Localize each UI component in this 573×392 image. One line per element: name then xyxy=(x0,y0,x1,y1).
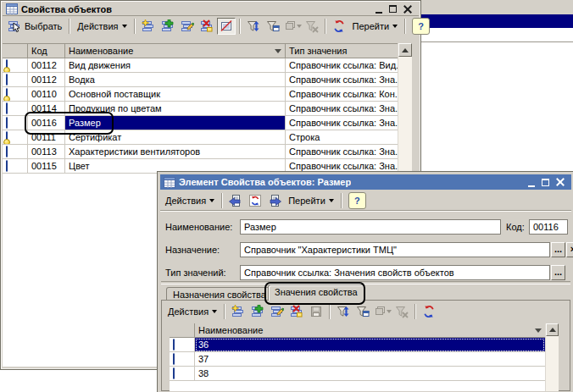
minimize-icon[interactable] xyxy=(376,4,382,14)
help-button[interactable]: ? xyxy=(348,192,366,209)
filter-by-value-icon xyxy=(283,19,297,33)
actions-menu-button[interactable]: Действия xyxy=(74,18,130,35)
go-menu-button[interactable]: Перейти xyxy=(285,192,337,209)
toolbar-separator xyxy=(239,19,240,34)
refresh-button[interactable] xyxy=(330,18,348,35)
go-label: Перейти xyxy=(288,196,325,206)
add-item-button[interactable] xyxy=(248,303,267,320)
maximize-icon[interactable] xyxy=(542,179,549,186)
actions-menu-button[interactable]: Действия xyxy=(164,303,220,320)
toolbar-separator xyxy=(134,19,135,34)
reread-button[interactable] xyxy=(246,192,264,209)
clear-filter-icon xyxy=(395,305,409,318)
table-row-selected[interactable]: 36 xyxy=(170,338,545,352)
previous-item-icon xyxy=(229,194,242,207)
previous-item-button[interactable] xyxy=(226,192,245,209)
table-row-selected[interactable]: 00116 Размер Справочник ссылка: Зна... xyxy=(3,116,398,130)
form-icon xyxy=(164,177,175,188)
select-button-label: Выбрать xyxy=(25,21,62,31)
help-button[interactable]: ? xyxy=(412,18,430,35)
table-row[interactable]: 00110 Основной поставщик Справочник ссыл… xyxy=(3,87,398,102)
table-row[interactable]: 37 xyxy=(170,352,545,367)
table-row[interactable]: 38 xyxy=(170,367,545,381)
element-window-titlebar[interactable]: Элемент Свойства объектов: Размер xyxy=(160,174,571,190)
property-item-icon xyxy=(6,117,8,129)
edit-in-dialog-toggle[interactable] xyxy=(217,18,236,35)
minimize-icon[interactable] xyxy=(528,178,535,187)
property-item-icon xyxy=(6,59,8,71)
refresh-button[interactable] xyxy=(420,303,438,320)
edit-item-button[interactable] xyxy=(268,303,286,320)
column-header-name[interactable]: Наименование xyxy=(195,323,545,338)
column-header-type[interactable]: Тип значения xyxy=(286,44,398,58)
next-item-button[interactable] xyxy=(265,192,284,209)
purpose-clear-button[interactable]: × xyxy=(566,242,573,257)
select-icon xyxy=(8,19,21,33)
sort-settings-button[interactable] xyxy=(244,18,263,35)
filter-by-value-button[interactable] xyxy=(373,303,392,320)
close-icon[interactable] xyxy=(403,5,412,14)
code-field[interactable] xyxy=(529,219,568,235)
maximize-icon[interactable] xyxy=(389,5,397,13)
clear-filter-button[interactable] xyxy=(303,18,321,35)
edit-item-icon xyxy=(181,19,194,33)
toolbar-separator xyxy=(404,19,405,34)
purpose-field[interactable] xyxy=(240,242,550,257)
filter-by-value-button[interactable] xyxy=(283,18,302,35)
next-item-icon xyxy=(268,194,281,207)
refresh-icon xyxy=(332,19,346,33)
actions-menu-button[interactable]: Действия xyxy=(162,192,218,209)
element-form-window: Элемент Свойства объектов: Размер Действ… xyxy=(157,171,573,392)
property-item-icon xyxy=(6,74,8,86)
window-title: Свойства объектов xyxy=(21,4,112,14)
column-header-icon[interactable] xyxy=(3,44,28,58)
table-row[interactable]: 00112 Водка Справочник ссылка: Зна... xyxy=(3,73,398,87)
select-button[interactable]: Выбрать xyxy=(4,18,65,35)
edit-item-button[interactable] xyxy=(178,18,197,35)
add-item-button[interactable] xyxy=(159,18,177,35)
delete-item-icon xyxy=(290,305,303,318)
window-title: Элемент Свойства объектов: Размер xyxy=(179,177,351,187)
property-item-icon xyxy=(6,160,8,172)
scroll-up-icon xyxy=(549,328,556,332)
type-lookup-button[interactable]: ... xyxy=(551,265,565,280)
column-header-icon[interactable] xyxy=(170,323,195,338)
tab-purpose-assignments[interactable]: Назначения свойства xyxy=(166,287,273,301)
delete-item-button[interactable] xyxy=(287,303,306,320)
save-ok-button[interactable] xyxy=(307,303,325,320)
column-header-code[interactable]: Код xyxy=(28,44,65,58)
table-row[interactable]: 00114 Продукция по цветам Справочник ссы… xyxy=(3,102,398,116)
delete-item-button[interactable] xyxy=(197,18,216,35)
close-icon[interactable] xyxy=(556,178,565,186)
chevron-down-icon xyxy=(212,310,217,313)
sort-settings-button[interactable] xyxy=(334,303,353,320)
filter-settings-button[interactable] xyxy=(264,18,282,35)
chevron-down-icon xyxy=(209,199,214,202)
tab-property-values[interactable]: Значения свойства xyxy=(268,284,364,301)
table-row[interactable]: 00113 Характеристики вентиляторов Справо… xyxy=(3,145,398,159)
type-field[interactable] xyxy=(240,265,550,280)
sort-indicator-icon xyxy=(275,49,281,53)
new-item-button[interactable] xyxy=(229,303,248,320)
chevron-down-icon xyxy=(392,25,398,28)
go-menu-button[interactable]: Перейти xyxy=(349,18,402,35)
help-icon: ? xyxy=(418,21,424,31)
filter-settings-button[interactable] xyxy=(353,303,372,320)
chevron-down-icon xyxy=(122,25,127,28)
properties-window-titlebar[interactable]: Свойства объектов xyxy=(3,3,419,16)
scrollbar[interactable] xyxy=(545,323,559,391)
clear-filter-button[interactable] xyxy=(392,303,411,320)
filter-settings-icon xyxy=(266,19,280,33)
name-field[interactable] xyxy=(240,219,501,235)
column-header-name[interactable]: Наименование xyxy=(65,44,286,58)
toolbar-separator xyxy=(69,19,70,34)
chevron-down-icon xyxy=(329,199,334,202)
clear-filter-icon xyxy=(305,19,319,33)
scroll-up-button[interactable] xyxy=(398,43,412,57)
scroll-up-button[interactable] xyxy=(546,323,559,336)
table-row[interactable]: 00111 Сертификат Строка xyxy=(3,130,398,145)
new-item-button[interactable] xyxy=(139,18,158,35)
actions-label: Действия xyxy=(165,196,206,206)
purpose-lookup-button[interactable]: ... xyxy=(551,242,565,257)
table-row[interactable]: 00112 Вид движения Справочник ссылка: Ви… xyxy=(3,58,398,73)
